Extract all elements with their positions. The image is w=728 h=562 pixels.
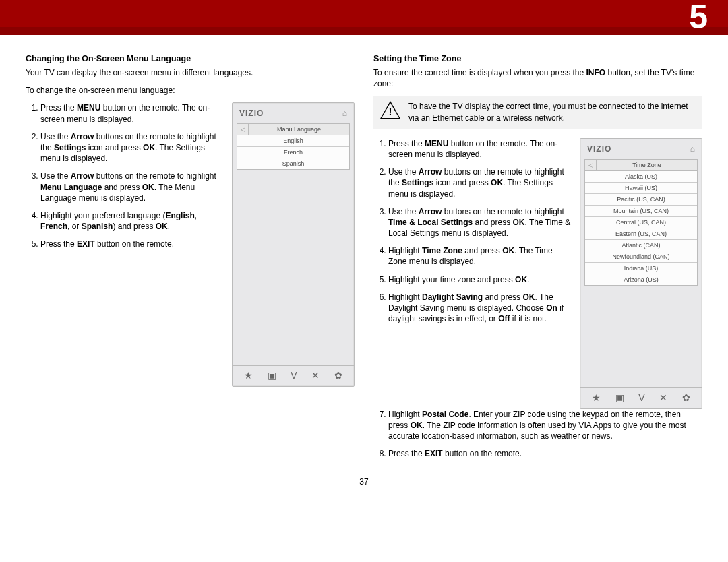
- tv-menu-item: Indiana (US): [585, 263, 697, 274]
- home-icon: ⌂: [342, 108, 347, 118]
- left-steps: Press the MENU button on the remote. The…: [26, 102, 224, 387]
- step-item: Press the EXIT button on the remote.: [388, 448, 702, 459]
- chapter-number: 5: [689, 0, 708, 36]
- left-intro-1: Your TV can display the on-screen menu i…: [26, 67, 355, 78]
- tv-brand: VIZIO: [587, 144, 611, 154]
- tv-menu-item: Eastern (US, CAN): [585, 228, 697, 240]
- footer-icon: ▣: [615, 392, 624, 403]
- tv-menu-items: EnglishFrenchSpanish: [237, 135, 349, 169]
- right-column: Setting the Time Zone To ensure the corr…: [373, 54, 702, 466]
- tv-menu-item: French: [237, 147, 349, 158]
- step-item: Press the MENU button on the remote. The…: [40, 102, 224, 124]
- step-item: Use the Arrow buttons on the remote to h…: [388, 166, 572, 199]
- footer-icon: ✿: [334, 370, 342, 381]
- step-item: Use the Arrow buttons on the remote to h…: [40, 170, 224, 204]
- tv-footer-icons: ★▣V✕✿: [580, 387, 702, 408]
- footer-icon: V: [638, 392, 644, 403]
- tv-menu-items: Alaska (US)Hawaii (US)Pacific (US, CAN)M…: [585, 171, 697, 285]
- page-number: 37: [0, 477, 728, 487]
- left-column: Changing the On-Screen Menu Language You…: [26, 54, 355, 466]
- section-title-timezone: Setting the Time Zone: [373, 54, 702, 63]
- step-item: Highlight Postal Code. Enter your ZIP co…: [388, 409, 702, 442]
- step-item: Press the MENU button on the remote. The…: [388, 138, 572, 160]
- footer-icon: ★: [244, 370, 253, 381]
- tv-menu-title: Manu Language: [249, 124, 349, 135]
- footer-icon: ▣: [268, 370, 276, 381]
- back-icon: ◁: [585, 160, 597, 170]
- tv-menu-item: Newfoundland (CAN): [585, 251, 697, 263]
- step-item: Use the Arrow buttons on the remote to h…: [388, 206, 572, 239]
- tv-illustration-language: VIZIO ⌂ ◁ Manu Language EnglishFrenchSpa…: [232, 102, 355, 387]
- tv-menu-item: Spanish: [237, 158, 349, 169]
- step-item: Highlight Daylight Saving and press OK. …: [388, 292, 572, 325]
- right-steps-wide: Highlight Postal Code. Enter your ZIP co…: [373, 409, 702, 460]
- tv-menu-item: Atlantic (CAN): [585, 240, 697, 251]
- tv-menu-item: Mountain (US, CAN): [585, 206, 697, 217]
- step-item: Highlight Time Zone and press OK. The Ti…: [388, 245, 572, 267]
- tv-brand: VIZIO: [239, 108, 264, 118]
- step-item: Use the Arrow buttons on the remote to h…: [40, 131, 224, 164]
- footer-icon: V: [291, 370, 297, 381]
- right-steps-narrow: Press the MENU button on the remote. The…: [373, 138, 572, 409]
- chapter-banner: 5: [0, 0, 728, 35]
- tv-menu-item: Arizona (US): [585, 274, 697, 285]
- notice-box: ! To have the TV display the correct tim…: [373, 96, 702, 128]
- tv-menu-item: Hawaii (US): [585, 183, 697, 194]
- back-icon: ◁: [237, 124, 249, 135]
- tv-menu-item: Pacific (US, CAN): [585, 194, 697, 206]
- footer-icon: ★: [592, 392, 601, 403]
- tv-menu-item: English: [237, 135, 349, 147]
- tv-footer-icons: ★▣V✕✿: [233, 365, 354, 386]
- step-item: Highlight your time zone and press OK.: [388, 274, 572, 285]
- tv-menu-title: Time Zone: [597, 160, 697, 170]
- footer-icon: ✕: [659, 392, 667, 403]
- section-title-language: Changing the On-Screen Menu Language: [26, 54, 355, 63]
- step-item: Press the EXIT button on the remote.: [40, 239, 224, 249]
- warning-icon: !: [380, 101, 400, 119]
- left-intro-2: To change the on-screen menu language:: [26, 85, 355, 96]
- footer-icon: ✕: [311, 370, 320, 381]
- step-item: Highlight your preferred language (Engli…: [40, 210, 224, 232]
- right-intro: To ensure the correct time is displayed …: [373, 67, 702, 89]
- footer-icon: ✿: [682, 392, 690, 403]
- notice-text: To have the TV display the correct time,…: [408, 101, 696, 123]
- home-icon: ⌂: [690, 144, 695, 154]
- tv-menu-item: Alaska (US): [585, 171, 697, 183]
- tv-menu-item: Central (US, CAN): [585, 217, 697, 228]
- tv-illustration-timezone: VIZIO ⌂ ◁ Time Zone Alaska (US)Hawaii (U…: [580, 138, 702, 409]
